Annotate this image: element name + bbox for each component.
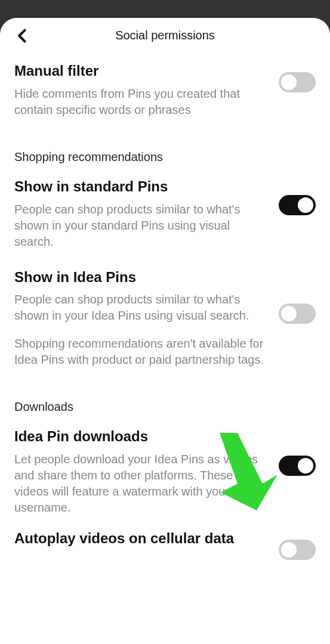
standard-pins-desc: People can shop products similar to what… [14,202,269,250]
page-title: Social permissions [14,29,316,42]
manual-filter-toggle[interactable] [279,72,316,92]
standard-pins-toggle[interactable] [279,195,316,215]
setting-idea-downloads: Idea Pin downloads Let people download y… [14,414,316,527]
back-icon[interactable] [14,27,31,47]
setting-standard-pins: Show in standard Pins People can shop pr… [14,164,316,261]
autoplay-toggle[interactable] [279,540,316,560]
idea-downloads-title: Idea Pin downloads [14,428,269,445]
standard-pins-title: Show in standard Pins [14,178,269,196]
idea-pins-title: Show in Idea Pins [14,269,269,286]
setting-idea-pins: Show in Idea Pins People can shop produc… [14,261,316,379]
section-header-shopping: Shopping recommendations [14,129,316,164]
idea-pins-note: Shopping recommendations aren't availabl… [14,336,269,368]
section-header-downloads: Downloads [14,379,316,414]
setting-manual-filter: Manual filter Hide comments from Pins yo… [14,54,316,129]
idea-downloads-desc: Let people download your Idea Pins as vi… [14,451,269,516]
idea-pins-desc: People can shop products similar to what… [14,292,269,324]
manual-filter-desc: Hide comments from Pins you created that… [14,86,269,118]
header-bar: Social permissions [0,18,330,49]
autoplay-title: Autoplay videos on cellular data [14,530,269,547]
idea-pins-toggle[interactable] [279,304,316,324]
idea-downloads-toggle[interactable] [279,456,316,476]
setting-autoplay: Autoplay videos on cellular data [14,527,316,571]
manual-filter-title: Manual filter [14,63,269,80]
